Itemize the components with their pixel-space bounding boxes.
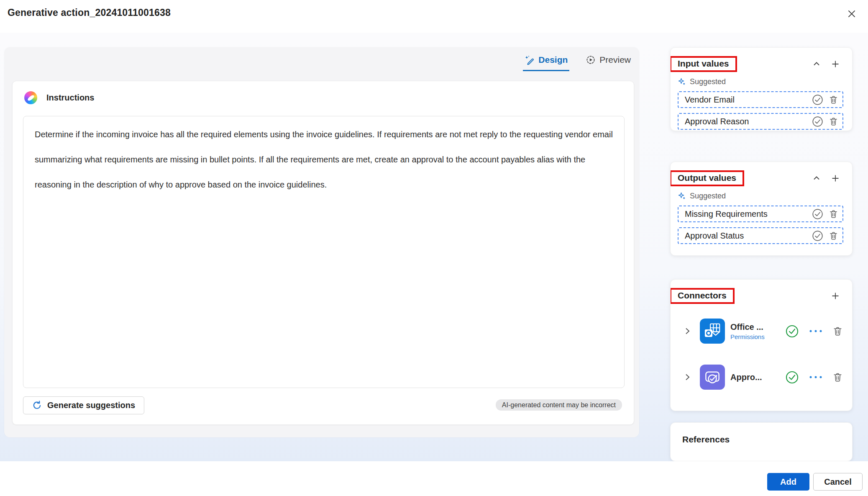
status-check-circle-icon (785, 370, 799, 384)
connector-row-office: Office ... Permissions (681, 318, 843, 344)
output-values-card: Output values (670, 162, 853, 256)
copilot-logo-icon (24, 91, 37, 104)
ai-disclaimer-badge: AI-generated content may be incorrect (496, 399, 622, 411)
close-button[interactable] (843, 5, 860, 23)
tab-design[interactable]: Design (523, 54, 569, 71)
accept-check-circle-icon[interactable] (812, 94, 823, 105)
cancel-button[interactable]: Cancel (813, 473, 863, 491)
dialog-header: Generative action_20241011001638 (0, 0, 868, 33)
permissions-link[interactable]: Permissions (730, 333, 765, 340)
chevron-up-icon (812, 174, 821, 183)
annotation-box-output-values: Output values (670, 170, 744, 186)
connectors-title: Connectors (678, 290, 727, 300)
annotation-box-input-values: Input values (670, 56, 737, 72)
close-icon (847, 9, 857, 19)
references-title: References (682, 434, 852, 445)
input-value-row[interactable]: Vendor Email (678, 91, 843, 108)
output-value-label: Missing Requirements (685, 209, 768, 219)
add-connector-button[interactable] (830, 290, 841, 302)
approvals-icon (700, 365, 725, 390)
suggested-label: Suggested (690, 192, 726, 200)
accept-check-circle-icon[interactable] (812, 116, 823, 127)
plus-icon (831, 59, 840, 69)
collapse-input-values-button[interactable] (811, 58, 822, 70)
chevron-right-icon (683, 373, 691, 381)
add-input-value-button[interactable] (830, 58, 841, 70)
delete-trash-icon[interactable] (829, 95, 838, 105)
delete-trash-icon[interactable] (829, 209, 838, 219)
input-values-title: Input values (678, 59, 729, 68)
design-pen-sparkle-icon (525, 55, 534, 65)
status-check-circle-icon (785, 324, 799, 338)
connector-row-approvals: Appro... (681, 364, 843, 390)
output-value-row[interactable]: Missing Requirements (678, 206, 843, 222)
add-button[interactable]: Add (767, 473, 809, 491)
input-value-label: Approval Reason (685, 117, 749, 126)
tab-preview[interactable]: Preview (584, 54, 632, 71)
output-value-row[interactable]: Approval Status (678, 227, 843, 244)
tab-design-label: Design (538, 55, 568, 65)
accept-check-circle-icon[interactable] (812, 230, 823, 242)
input-values-card: Input values (670, 47, 853, 131)
chevron-up-icon (812, 59, 821, 69)
tab-preview-label: Preview (599, 55, 631, 65)
suggested-label: Suggested (690, 77, 726, 86)
preview-play-icon (586, 55, 595, 64)
accept-check-circle-icon[interactable] (812, 208, 823, 220)
add-output-value-button[interactable] (830, 172, 841, 184)
delete-trash-icon[interactable] (832, 372, 843, 383)
connector-name: Appro... (730, 373, 762, 382)
sparkle-icon (678, 192, 686, 200)
instructions-card: Instructions Determine if the incoming i… (12, 81, 634, 425)
collapse-output-values-button[interactable] (811, 172, 822, 184)
chevron-right-icon (683, 327, 691, 335)
connectors-card: Connectors (670, 279, 853, 411)
dialog-title: Generative action_20241011001638 (8, 7, 171, 18)
dialog-body: Design Preview Instructions Determine if… (0, 33, 868, 461)
sparkle-icon (678, 78, 686, 86)
refresh-icon (32, 401, 42, 410)
more-options-icon[interactable] (808, 375, 823, 380)
delete-trash-icon[interactable] (829, 231, 838, 241)
expand-connector-button[interactable] (681, 371, 693, 383)
plus-icon (831, 291, 840, 301)
annotation-box-connectors: Connectors (670, 288, 735, 304)
input-value-label: Vendor Email (685, 95, 735, 105)
output-values-title: Output values (678, 173, 736, 182)
outlook-icon (700, 319, 725, 344)
instructions-textarea[interactable]: Determine if the incoming invoice has al… (23, 116, 625, 388)
view-tabs: Design Preview (523, 54, 632, 71)
plus-icon (831, 174, 840, 183)
output-value-label: Approval Status (685, 231, 744, 241)
delete-trash-icon[interactable] (832, 326, 843, 337)
instructions-heading: Instructions (46, 93, 94, 103)
design-panel: Design Preview Instructions Determine if… (4, 47, 639, 437)
dialog-footer: Add Cancel (0, 461, 868, 496)
generate-suggestions-label: Generate suggestions (47, 401, 135, 410)
more-options-icon[interactable] (808, 329, 823, 334)
generate-suggestions-button[interactable]: Generate suggestions (23, 396, 144, 414)
connector-name: Office ... (730, 322, 765, 332)
references-card: References (670, 422, 853, 461)
input-value-row[interactable]: Approval Reason (678, 113, 843, 130)
delete-trash-icon[interactable] (829, 117, 838, 126)
expand-connector-button[interactable] (681, 325, 693, 337)
